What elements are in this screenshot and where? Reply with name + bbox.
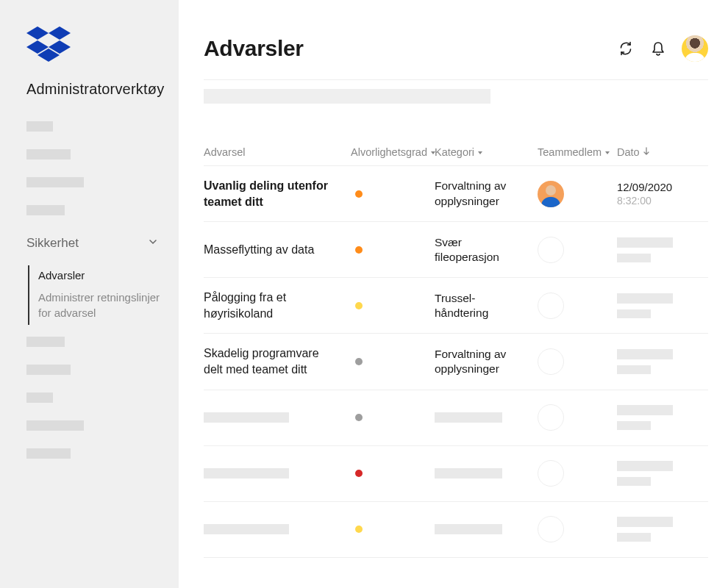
nav-placeholder <box>26 149 71 159</box>
date-cell: 12/09/20208:32:00 <box>617 181 708 207</box>
placeholder <box>617 477 651 486</box>
severity-dot-icon <box>355 246 363 254</box>
table-row[interactable]: Masseflytting av dataSvær fileoperasjon <box>204 222 708 278</box>
team-member-cell <box>538 516 617 542</box>
refresh-icon[interactable] <box>617 40 635 57</box>
table-row[interactable]: Pålogging fra et høyrisikolandTrussel- h… <box>204 278 708 334</box>
member-avatar[interactable] <box>538 181 564 207</box>
nav-placeholder <box>26 177 84 187</box>
category-cell <box>435 524 538 534</box>
date-cell <box>617 461 708 486</box>
date-cell <box>617 517 708 542</box>
dropdown-caret-icon <box>604 146 610 158</box>
chevron-down-icon <box>148 236 158 251</box>
table-body: Uvanlig deling utenfor teamet dittForval… <box>204 166 708 558</box>
sort-descending-icon <box>643 146 650 158</box>
nav-placeholder <box>26 392 53 403</box>
severity-dot-icon <box>355 414 363 421</box>
placeholder <box>617 461 673 471</box>
nav-placeholder <box>26 205 65 215</box>
alert-name-cell: Masseflytting av data <box>204 242 351 258</box>
team-member-cell <box>538 237 617 263</box>
placeholder <box>617 517 673 527</box>
severity-cell <box>351 190 435 198</box>
member-avatar-placeholder <box>538 404 564 431</box>
severity-cell <box>351 526 435 533</box>
severity-dot-icon <box>355 526 363 533</box>
member-avatar-placeholder <box>538 293 564 319</box>
table-header-row: Advarsel Alvorlighetsgrad Kategori Teamm… <box>204 139 708 166</box>
svg-marker-1 <box>49 26 71 40</box>
table-row[interactable] <box>204 502 708 558</box>
date-cell <box>617 237 708 262</box>
column-label: Teammedlem <box>538 146 602 158</box>
date-cell <box>617 349 708 374</box>
placeholder <box>617 421 651 430</box>
date-cell <box>617 405 708 430</box>
severity-cell <box>351 358 435 365</box>
nav-placeholder <box>26 448 71 459</box>
table-row[interactable]: Uvanlig deling utenfor teamet dittForval… <box>204 166 708 222</box>
column-date[interactable]: Dato <box>617 146 708 158</box>
placeholder <box>435 412 502 423</box>
column-severity[interactable]: Alvorlighetsgrad <box>351 146 435 158</box>
nav-placeholder <box>26 121 53 132</box>
team-member-cell <box>538 181 617 207</box>
member-avatar-placeholder <box>538 348 564 375</box>
nav-placeholder <box>26 420 84 431</box>
alert-name-cell <box>204 524 351 534</box>
column-member[interactable]: Teammedlem <box>538 146 617 158</box>
member-avatar-placeholder <box>538 460 564 487</box>
placeholder <box>204 468 289 478</box>
time-value: 8:32:00 <box>617 195 708 207</box>
header-actions <box>617 35 708 62</box>
team-member-cell <box>538 404 617 431</box>
placeholder <box>204 412 289 423</box>
alert-name-cell <box>204 412 351 423</box>
placeholder <box>435 524 502 534</box>
table-row[interactable] <box>204 390 708 446</box>
placeholder <box>435 468 502 478</box>
column-label: Advarsel <box>204 146 245 158</box>
sidebar-item-manage-alert-policies[interactable]: Administrer retningslinjer for advarsel <box>38 287 179 325</box>
page-header: Advarsler <box>204 35 708 62</box>
column-alert[interactable]: Advarsel <box>204 146 351 158</box>
sidebar-item-alerts[interactable]: Advarsler <box>38 265 179 287</box>
column-label: Kategori <box>435 146 474 158</box>
placeholder <box>617 237 673 248</box>
severity-cell <box>351 470 435 477</box>
banner-placeholder <box>204 89 490 104</box>
alert-name-cell <box>204 468 351 478</box>
page-title: Advarsler <box>204 36 304 61</box>
placeholder <box>617 293 673 304</box>
member-avatar-placeholder <box>538 516 564 542</box>
table-row[interactable] <box>204 446 708 502</box>
team-member-cell <box>538 348 617 375</box>
column-category[interactable]: Kategori <box>435 146 538 158</box>
severity-cell <box>351 414 435 421</box>
alert-name-cell: Skadelig programvare delt med teamet dit… <box>204 345 351 377</box>
member-avatar-placeholder <box>538 237 564 263</box>
user-avatar[interactable] <box>682 35 708 62</box>
nav-placeholder <box>26 337 65 347</box>
placeholder <box>204 524 289 534</box>
team-member-cell <box>538 293 617 319</box>
severity-dot-icon <box>355 190 363 198</box>
placeholder <box>617 254 651 262</box>
table-row[interactable]: Skadelig programvare delt med teamet dit… <box>204 334 708 390</box>
main-content: Advarsler Advarsel Alvorlighetsgrad Kate… <box>179 0 728 588</box>
category-cell: Forvaltning av opplysninger <box>435 347 538 376</box>
bell-icon[interactable] <box>649 40 667 57</box>
column-label: Alvorlighetsgrad <box>351 146 427 158</box>
sidebar-section-label: Sikkerhet <box>26 236 79 251</box>
severity-dot-icon <box>355 302 363 309</box>
placeholder <box>617 533 651 542</box>
team-member-cell <box>538 460 617 487</box>
placeholder <box>617 405 673 415</box>
dropbox-logo-icon[interactable] <box>26 26 179 66</box>
sidebar-subnav: Advarsler Administrer retningslinjer for… <box>28 265 179 325</box>
severity-cell <box>351 246 435 254</box>
sidebar-section-security[interactable]: Sikkerhet <box>0 233 179 254</box>
category-cell <box>435 468 538 478</box>
divider <box>204 79 708 80</box>
